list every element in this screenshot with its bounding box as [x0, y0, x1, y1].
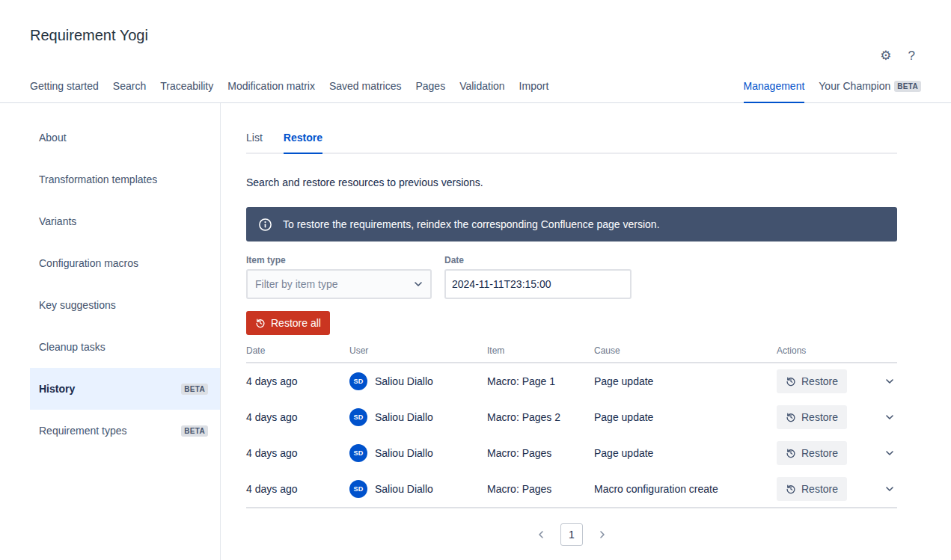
avatar: SD — [349, 480, 367, 498]
table-row: 4 days ago SD Saliou Diallo Macro: Pages… — [246, 399, 897, 435]
tab-list[interactable]: List — [246, 132, 263, 154]
chevron-down-icon[interactable] — [884, 411, 896, 423]
history-icon — [255, 318, 266, 328]
tab-getting-started[interactable]: Getting started — [30, 80, 99, 103]
column-header-user: User — [349, 345, 487, 356]
restore-button[interactable]: Restore — [777, 405, 847, 429]
history-icon — [786, 412, 796, 422]
page-title: Requirement Yogi — [30, 27, 921, 44]
info-banner: To restore the requirements, reindex the… — [246, 207, 897, 241]
user-name: Saliou Diallo — [375, 483, 433, 495]
tab-your-champion-label: Your Champion — [819, 80, 890, 92]
next-page-icon[interactable] — [596, 529, 608, 541]
sidebar-item-label: Transformation templates — [39, 173, 157, 185]
sidebar-item-history[interactable]: History BETA — [30, 368, 220, 410]
chevron-down-icon — [412, 278, 424, 290]
main-content: List Restore Search and restore resource… — [221, 103, 951, 560]
table-header-row: Date User Item Cause Actions — [246, 345, 897, 363]
chevron-down-icon[interactable] — [884, 447, 896, 459]
row-actions: Restore — [777, 477, 897, 501]
restore-all-button[interactable]: Restore all — [246, 311, 330, 335]
tab-your-champion[interactable]: Your Champion BETA — [819, 80, 921, 103]
restore-button-label: Restore — [801, 411, 838, 423]
tab-search[interactable]: Search — [113, 80, 146, 103]
sidebar-item-requirement-types[interactable]: Requirement types BETA — [30, 410, 220, 452]
sidebar: About Transformation templates Variants … — [30, 103, 221, 560]
page-number[interactable]: 1 — [560, 523, 583, 546]
row-item: Macro: Pages 2 — [487, 411, 594, 423]
help-icon[interactable]: ? — [908, 49, 915, 62]
sidebar-item-label: About — [39, 132, 67, 144]
sidebar-item-cleanup-tasks[interactable]: Cleanup tasks — [30, 326, 220, 368]
restore-button-label: Restore — [801, 483, 838, 495]
filters-row: Item type Filter by item type Date — [246, 255, 897, 299]
previous-page-icon[interactable] — [535, 529, 547, 541]
row-user: SD Saliou Diallo — [349, 444, 487, 462]
table-row: 4 days ago SD Saliou Diallo Macro: Pages… — [246, 435, 897, 471]
sidebar-item-label: Variants — [39, 215, 76, 227]
tab-validation[interactable]: Validation — [459, 80, 504, 103]
sidebar-item-label: Configuration macros — [39, 257, 138, 269]
restore-button[interactable]: Restore — [777, 477, 847, 501]
column-header-item: Item — [487, 345, 594, 356]
tab-import[interactable]: Import — [519, 80, 549, 103]
row-user: SD Saliou Diallo — [349, 408, 487, 426]
history-icon — [786, 448, 796, 458]
row-date: 4 days ago — [246, 411, 349, 423]
row-cause: Page update — [594, 447, 777, 459]
row-item: Macro: Pages — [487, 483, 594, 495]
top-nav-right: Management Your Champion BETA — [744, 80, 921, 102]
chevron-down-icon[interactable] — [884, 375, 896, 387]
history-icon — [786, 376, 796, 387]
tab-modification-matrix[interactable]: Modification matrix — [227, 80, 315, 103]
settings-gear-icon[interactable]: ⚙ — [880, 49, 891, 62]
tab-management[interactable]: Management — [744, 80, 805, 103]
sidebar-item-variants[interactable]: Variants — [30, 200, 220, 242]
item-type-select[interactable]: Filter by item type — [246, 269, 432, 299]
sidebar-item-transformation-templates[interactable]: Transformation templates — [30, 159, 220, 200]
avatar: SD — [349, 444, 367, 462]
row-cause: Macro configuration create — [594, 483, 777, 495]
tab-restore[interactable]: Restore — [284, 132, 322, 154]
restore-button[interactable]: Restore — [777, 369, 847, 393]
tab-pages[interactable]: Pages — [415, 80, 445, 103]
row-user: SD Saliou Diallo — [349, 480, 487, 498]
beta-badge: BETA — [181, 384, 208, 395]
history-icon — [786, 484, 796, 494]
table-row: 4 days ago SD Saliou Diallo Macro: Page … — [246, 363, 897, 399]
user-name: Saliou Diallo — [375, 447, 433, 459]
row-date: 4 days ago — [246, 483, 349, 495]
sidebar-item-about[interactable]: About — [30, 117, 220, 159]
chevron-down-icon[interactable] — [884, 483, 896, 495]
column-header-actions: Actions — [777, 345, 897, 356]
row-date: 4 days ago — [246, 375, 349, 387]
date-field: Date — [444, 255, 632, 299]
restore-all-label: Restore all — [271, 317, 321, 329]
user-name: Saliou Diallo — [375, 375, 433, 387]
section-description: Search and restore resources to previous… — [246, 176, 897, 188]
top-nav-left: Getting started Search Traceability Modi… — [30, 80, 548, 102]
restore-button[interactable]: Restore — [777, 441, 847, 465]
tab-traceability[interactable]: Traceability — [160, 80, 213, 103]
date-input[interactable] — [444, 269, 632, 299]
beta-badge: BETA — [181, 425, 208, 437]
item-type-label: Item type — [246, 255, 432, 265]
date-label: Date — [444, 255, 632, 265]
table-row: 4 days ago SD Saliou Diallo Macro: Pages… — [246, 471, 897, 507]
page-header: Requirement Yogi ⚙ ? — [0, 0, 951, 44]
info-icon — [258, 218, 272, 232]
history-table: Date User Item Cause Actions 4 days ago … — [246, 345, 897, 508]
sidebar-item-label: Requirement types — [39, 425, 127, 437]
row-item: Macro: Page 1 — [487, 375, 594, 387]
beta-badge: BETA — [894, 81, 921, 92]
restore-button-label: Restore — [801, 375, 838, 387]
avatar: SD — [349, 372, 367, 390]
sidebar-item-key-suggestions[interactable]: Key suggestions — [30, 284, 220, 326]
row-date: 4 days ago — [246, 447, 349, 459]
tab-saved-matrices[interactable]: Saved matrices — [329, 80, 401, 103]
info-banner-text: To restore the requirements, reindex the… — [283, 218, 660, 230]
sidebar-item-configuration-macros[interactable]: Configuration macros — [30, 242, 220, 284]
column-header-cause: Cause — [594, 345, 777, 356]
sidebar-item-label: History — [39, 383, 75, 395]
restore-section-tabs: List Restore — [246, 132, 897, 154]
